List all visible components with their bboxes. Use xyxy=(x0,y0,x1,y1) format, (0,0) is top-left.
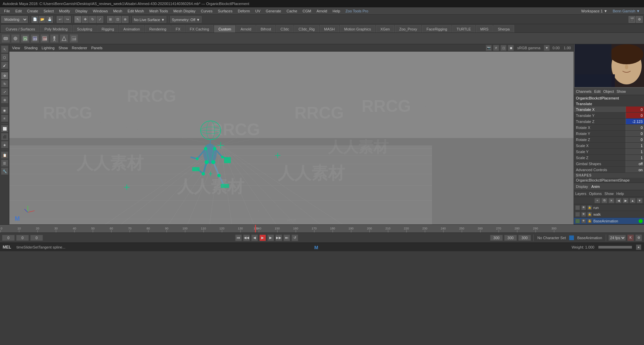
move-tool-btn[interactable]: ✥ xyxy=(82,16,89,23)
tab-c3dc-rig[interactable]: C3dc_Rig xyxy=(294,25,319,32)
anim-layer-lock-base[interactable]: 🔓 xyxy=(587,219,592,223)
tab-xgen[interactable]: XGen xyxy=(376,25,394,32)
current-frame-input[interactable] xyxy=(16,235,29,241)
menu-cache[interactable]: Cache xyxy=(284,7,300,15)
select-tool-btn[interactable]: ↖ xyxy=(74,16,81,23)
new-scene-btn[interactable]: 📄 xyxy=(32,16,38,23)
tab-c3dc[interactable]: C3dc xyxy=(276,25,293,32)
tab-custom[interactable]: Custom xyxy=(214,25,235,32)
next-key-btn[interactable]: ⏭ xyxy=(283,234,290,241)
scale-tool-btn[interactable]: ⤢ xyxy=(97,16,103,23)
scale-btn[interactable]: ⤢ xyxy=(1,88,8,95)
loop-btn[interactable]: ↺ xyxy=(291,234,298,241)
shelf-icon-es[interactable]: ES xyxy=(31,34,39,43)
anim-layer-base[interactable]: 👁 🔓 BaseAnimation xyxy=(574,218,644,224)
menu-editmesh[interactable]: Edit Mesh xyxy=(125,7,147,15)
shelf-icon-pl[interactable]: PL xyxy=(21,34,30,43)
tab-animation[interactable]: Animation xyxy=(119,25,144,32)
script-mode[interactable]: MEL xyxy=(3,245,11,250)
menu-modify[interactable]: Modify xyxy=(56,7,72,15)
viewport[interactable]: View Shading Lighting Show Renderer Pane… xyxy=(9,44,574,224)
cb-value-translate-z[interactable]: -2.123 xyxy=(626,119,644,124)
anim-layer-eye-run[interactable]: 👁 xyxy=(581,205,586,210)
cb-row-scale-x[interactable]: Scale X 1 xyxy=(574,143,644,149)
menu-meshtools[interactable]: Mesh Tools xyxy=(147,7,170,15)
cb-value-rotate-z[interactable]: 0 xyxy=(626,137,644,142)
vp-cam-btn[interactable]: 📷 xyxy=(486,45,492,51)
menu-create[interactable]: Create xyxy=(24,7,41,15)
anim-ctrl-add[interactable]: + xyxy=(594,198,600,203)
cb-row-translate-x[interactable]: Translate X 0 xyxy=(574,107,644,113)
menu-select[interactable]: Select xyxy=(41,7,57,15)
anim-menu-options[interactable]: Options xyxy=(589,192,602,196)
universal-btn[interactable]: ⊕ xyxy=(1,96,8,104)
tab-face-rigging[interactable]: FaceRigging xyxy=(422,25,451,32)
anim-layer-lock-walk[interactable]: 🔓 xyxy=(587,212,592,217)
shelf-icon-figure[interactable] xyxy=(50,34,59,43)
anim-tab-anim[interactable]: Anim xyxy=(591,185,600,189)
menu-windows[interactable]: Windows xyxy=(90,7,111,15)
outliner-btn[interactable]: 📋 xyxy=(1,151,8,159)
cb-value-rotate-y[interactable]: 0 xyxy=(626,131,644,136)
tab-turtle[interactable]: TURTLE xyxy=(452,25,475,32)
snap-curve-btn[interactable]: ⊡ xyxy=(114,16,121,23)
menu-deform[interactable]: Deform xyxy=(235,7,253,15)
anim-ctrl-copy[interactable]: ⧉ xyxy=(601,198,607,203)
prev-key-btn[interactable]: ⏮ xyxy=(235,234,242,241)
anim-tab-display[interactable]: Display xyxy=(576,185,588,189)
mode-select[interactable]: Modeling Rigging Animation xyxy=(1,16,28,23)
next-frame-btn[interactable]: ▶▶ xyxy=(275,234,282,241)
cb-row-scale-z[interactable]: Scale Z 1 xyxy=(574,155,644,161)
anim-ctrl-down[interactable]: ▼ xyxy=(637,198,643,203)
tab-motion-graphics[interactable]: Motion Graphics xyxy=(340,25,375,32)
tab-rigging[interactable]: Rigging xyxy=(97,25,118,32)
preference-btn[interactable]: ⚙ xyxy=(635,234,642,241)
tab-fx-caching[interactable]: FX Caching xyxy=(185,25,213,32)
menu-curves[interactable]: Curves xyxy=(198,7,215,15)
anim-layer-lock-run[interactable]: 🔓 xyxy=(587,205,592,210)
cb-value-rotate-x[interactable]: 0 xyxy=(626,125,644,130)
timeline-area[interactable]: 0 10 20 30 40 50 60 70 80 90 100 110 xyxy=(0,224,644,232)
tab-zoo-proxy[interactable]: Zoo_Proxy xyxy=(395,25,421,32)
cb-row-advanced[interactable]: Advanced Controls on xyxy=(574,167,644,173)
snap-angle-btn[interactable]: ◈ xyxy=(1,141,8,148)
menu-edit[interactable]: Edit xyxy=(13,7,24,15)
cb-value-translate-y[interactable]: 0 xyxy=(626,113,644,118)
menu-zootoolspro[interactable]: Zoo Tools Pro xyxy=(343,7,371,15)
viewport-3d[interactable]: RRCG RRCG RRCG RRCG RRCG 人人素材 人人素材 人人素材 … xyxy=(9,52,574,224)
anim-layer-walk[interactable]: 👁 🔓 walk xyxy=(574,211,644,218)
cb-value-scale-x[interactable]: 1 xyxy=(626,143,644,148)
vp-menu-show[interactable]: Show xyxy=(57,46,69,50)
tab-fx[interactable]: FX xyxy=(171,25,185,32)
view-cube-btn[interactable]: ⬛ xyxy=(1,133,8,140)
cb-row-rotate-x[interactable]: Rotate X 0 xyxy=(574,125,644,131)
cb-tab-edit[interactable]: Edit xyxy=(594,89,600,93)
lasso-btn[interactable]: ⬡ xyxy=(1,54,8,61)
menu-meshdisplay[interactable]: Mesh Display xyxy=(171,7,198,15)
tab-curves-surfaces[interactable]: Curves / Surfaces xyxy=(1,25,39,32)
cb-shapes-item-1[interactable]: OrganicBlockctlPlacementShape xyxy=(574,178,644,183)
tab-sherpa[interactable]: Sherpa xyxy=(493,25,514,32)
tab-mash[interactable]: MASH xyxy=(320,25,339,32)
menu-generate[interactable]: Generate xyxy=(263,7,284,15)
anim-ctrl-delete[interactable]: ✕ xyxy=(608,198,614,203)
snap-view-btn[interactable]: ⬜ xyxy=(1,125,8,132)
vp-grid-btn[interactable]: # xyxy=(493,45,499,51)
cb-value-translate-x[interactable]: 0 xyxy=(626,107,644,112)
select-btn[interactable]: ↖ xyxy=(1,46,8,53)
rotate-tool-btn[interactable]: ↻ xyxy=(89,16,96,23)
cb-tab-channels[interactable]: Channels xyxy=(576,89,591,93)
anim-layer-eye-base[interactable]: 👁 xyxy=(581,219,586,223)
tab-mrs[interactable]: MRS xyxy=(476,25,493,32)
end-range3[interactable] xyxy=(518,235,531,241)
cb-row-translate-y[interactable]: Translate Y 0 xyxy=(574,113,644,119)
menu-cgm[interactable]: CGM xyxy=(300,7,314,15)
soft-select-btn[interactable]: ◉ xyxy=(1,107,8,114)
cb-value-scale-y[interactable]: 1 xyxy=(626,149,644,154)
anim-menu-help[interactable]: Help xyxy=(616,192,624,196)
end-range2[interactable] xyxy=(504,235,517,241)
fps-select[interactable]: 24 fps 30 fps xyxy=(608,235,626,241)
menu-arnold[interactable]: Arnold xyxy=(314,7,330,15)
menu-help[interactable]: Help xyxy=(330,7,343,15)
tab-arnold[interactable]: Arnold xyxy=(236,25,256,32)
